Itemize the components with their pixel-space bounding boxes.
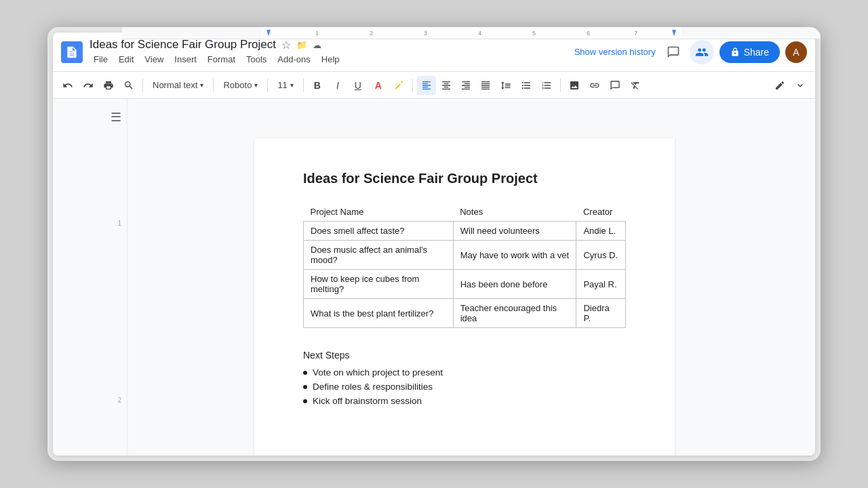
col-header-notes: Notes — [453, 203, 576, 222]
align-justify-button[interactable] — [476, 76, 495, 95]
font-chevron: ▾ — [254, 81, 258, 89]
comment-icon-btn[interactable] — [663, 41, 684, 63]
style-chevron: ▾ — [200, 81, 203, 89]
table-row: What is the best plant fertilizer?Teache… — [304, 299, 626, 328]
comment-button[interactable] — [606, 76, 625, 95]
style-label: Normal text — [153, 80, 197, 90]
menu-view[interactable]: View — [140, 53, 167, 66]
underline-button[interactable]: U — [349, 76, 368, 95]
table-cell: Andie L. — [576, 222, 626, 241]
bold-button[interactable]: B — [308, 76, 327, 95]
menu-tools[interactable]: Tools — [242, 53, 271, 66]
list-item: Vote on which project to present — [303, 367, 626, 378]
table-cell: Cyrus D. — [576, 241, 626, 270]
table-cell: Will need volunteers — [453, 222, 576, 241]
cloud-icon[interactable]: ☁ — [313, 40, 321, 50]
divider-4 — [303, 79, 304, 92]
zoom-button[interactable] — [119, 76, 138, 95]
table-cell: Teacher encouraged this idea — [453, 299, 576, 328]
table-row: How to keep ice cubes from melting?Has b… — [304, 270, 626, 299]
bullet-dot — [303, 399, 307, 403]
menu-format[interactable]: Format — [203, 53, 239, 66]
font-dropdown[interactable]: Roboto ▾ — [218, 76, 263, 95]
highlight-button[interactable] — [389, 76, 408, 95]
insert-image-button[interactable] — [565, 76, 584, 95]
title-row: Ideas for Science Fair Group Project ☆ 📁… — [90, 38, 568, 52]
document-area[interactable]: 1 2 3 4 5 6 7 Ideas for Science Fair Gro… — [127, 99, 802, 455]
menu-file[interactable]: File — [90, 53, 112, 66]
toolbar: Normal text ▾ Roboto ▾ 11 ▾ B I U A — [53, 72, 815, 99]
clear-format-button[interactable] — [626, 76, 645, 95]
menu-bar: File Edit View Insert Format Tools Add-o… — [90, 53, 568, 66]
table-row: Does music affect an animal's mood?May h… — [304, 241, 626, 270]
menu-edit[interactable]: Edit — [115, 53, 138, 66]
table-cell: Payal R. — [576, 270, 626, 299]
font-size-dropdown[interactable]: 11 ▾ — [272, 76, 298, 95]
divider-5 — [412, 79, 413, 92]
table-row: Does smell affect taste?Will need volunt… — [304, 222, 626, 241]
list-item-text: Define roles & responsibilities — [313, 382, 433, 392]
bullets-button[interactable] — [517, 76, 536, 95]
left-panel: ☰ 1 2 3 4 — [53, 99, 127, 455]
share-label: Share — [744, 47, 769, 58]
bullet-dot — [303, 385, 307, 389]
style-dropdown[interactable]: Normal text ▾ — [147, 76, 209, 95]
docs-logo — [61, 41, 83, 63]
right-panel — [802, 99, 815, 455]
document-heading: Ideas for Science Fair Group Project — [303, 171, 626, 186]
table-cell: Does music affect an animal's mood? — [304, 241, 454, 270]
table-header-row: Project Name Notes Creator — [304, 203, 626, 222]
share-button[interactable]: Share — [719, 41, 780, 63]
outline-icon[interactable]: ☰ — [111, 110, 121, 125]
title-section: Ideas for Science Fair Group Project ☆ 📁… — [90, 38, 568, 66]
title-right-actions: Share A — [663, 40, 807, 64]
collaborators-icon[interactable] — [690, 40, 714, 64]
page-num-1: 1 — [117, 220, 121, 227]
align-center-button[interactable] — [437, 76, 456, 95]
menu-addons[interactable]: Add-ons — [273, 53, 314, 66]
italic-button[interactable]: I — [328, 76, 347, 95]
edit-pencil-button[interactable] — [770, 76, 789, 95]
next-steps-title: Next Steps — [303, 350, 626, 361]
list-item-text: Kick off brainstorm session — [313, 396, 422, 406]
folder-icon[interactable]: 📁 — [296, 40, 307, 50]
list-item: Define roles & responsibilities — [303, 382, 626, 392]
align-right-button[interactable] — [456, 76, 475, 95]
print-button[interactable] — [99, 76, 118, 95]
text-color-button[interactable]: A — [369, 76, 388, 95]
redo-button[interactable] — [79, 76, 98, 95]
star-icon[interactable]: ☆ — [281, 39, 291, 52]
table-cell: Does smell affect taste? — [304, 222, 454, 241]
font-label: Roboto — [223, 80, 252, 90]
numbered-list-button[interactable] — [537, 76, 556, 95]
doc-title: Ideas for Science Fair Group Project — [90, 38, 276, 52]
insert-link-button[interactable] — [585, 76, 604, 95]
document-page[interactable]: Ideas for Science Fair Group Project Pro… — [254, 138, 675, 455]
divider-3 — [267, 79, 268, 92]
divider-2 — [213, 79, 214, 92]
page-num-2: 2 — [117, 396, 121, 404]
list-item: Kick off brainstorm session — [303, 396, 626, 406]
undo-button[interactable] — [58, 76, 77, 95]
expand-toolbar-button[interactable] — [791, 76, 810, 95]
line-spacing-button[interactable] — [496, 76, 515, 95]
app-window: Ideas for Science Fair Group Project ☆ 📁… — [53, 33, 815, 455]
bullet-list: Vote on which project to presentDefine r… — [303, 367, 626, 406]
project-table: Project Name Notes Creator Does smell af… — [303, 203, 626, 328]
list-item-text: Vote on which project to present — [313, 367, 443, 378]
col-header-project: Project Name — [304, 203, 454, 222]
divider-1 — [142, 79, 143, 92]
table-cell: How to keep ice cubes from melting? — [304, 270, 454, 299]
menu-insert[interactable]: Insert — [170, 53, 201, 66]
table-cell: What is the best plant fertilizer? — [304, 299, 454, 328]
user-avatar[interactable]: A — [785, 41, 807, 63]
table-cell: May have to work with a vet — [453, 241, 576, 270]
size-chevron: ▾ — [290, 81, 294, 89]
align-left-button[interactable] — [417, 76, 436, 95]
bullet-dot — [303, 371, 307, 375]
version-history-link[interactable]: Show version history — [574, 47, 656, 57]
align-group — [417, 76, 495, 95]
menu-help[interactable]: Help — [317, 53, 344, 66]
divider-6 — [560, 79, 561, 92]
table-cell: Has been done before — [453, 270, 576, 299]
